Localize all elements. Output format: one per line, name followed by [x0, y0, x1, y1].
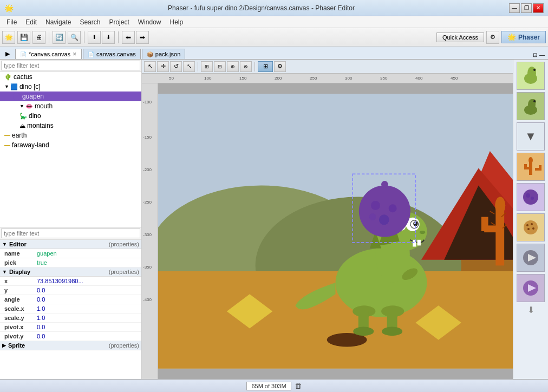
canvas-btn-t3[interactable]: ⊕ [227, 61, 239, 72]
tree-item-dino[interactable]: 🦕 dino [0, 111, 141, 121]
sprite-more-button[interactable]: ⬇ [517, 304, 545, 315]
right-panel-sprites: ▼ [513, 60, 548, 379]
sidebar-toggle-button[interactable]: ▶ [2, 48, 13, 59]
menu-help[interactable]: Help [165, 17, 187, 27]
sprite-thumb-dino-dark[interactable] [517, 92, 545, 120]
ruler-mark-300: 300 [345, 76, 352, 81]
canvas-btn-t2[interactable]: ⊟ [214, 61, 226, 72]
ruler-mark-neg200: -200 [143, 167, 152, 172]
canvas-btn-move[interactable]: ✛ [157, 61, 169, 72]
sprite-thumb-cactus[interactable] [517, 153, 545, 181]
search-button[interactable]: 🔍 [68, 31, 81, 44]
tree-item-guapen[interactable]: guapen [0, 92, 141, 101]
phaser-icon: 🌟 [507, 33, 516, 41]
sprite-thumb-play-dark[interactable] [517, 244, 545, 272]
canvas-btn-select[interactable]: ↖ [144, 61, 156, 72]
prop-section-editor[interactable]: ▼ Editor (properties) [0, 240, 141, 249]
prop-angle-value: 0.0 [37, 296, 137, 303]
canvas-btn-snap[interactable]: ⊞ [258, 61, 273, 72]
sprite-section-name: Sprite [8, 342, 109, 349]
tab-min-btn[interactable]: — [538, 51, 546, 59]
trash-icon[interactable]: 🗑 [295, 382, 302, 390]
menu-file[interactable]: File [2, 17, 21, 27]
mouth-arrow[interactable]: ▼ [19, 103, 24, 109]
ruler-mark-50: 50 [169, 76, 174, 81]
tab-icon-pack: 📦 [147, 51, 153, 57]
canvas-btn-rotate[interactable]: ↺ [170, 61, 182, 72]
sprite-thumb-arrow-down[interactable]: ▼ [517, 122, 545, 151]
prop-section-display[interactable]: ▼ Display (properties) [0, 267, 141, 277]
settings-icon-btn[interactable]: ⚙ [486, 31, 499, 44]
menu-search[interactable]: Search [75, 17, 105, 27]
svg-point-70 [526, 224, 529, 226]
canvas-btn-scale[interactable]: ⤡ [183, 61, 195, 72]
refresh-button[interactable]: 🔄 [53, 31, 66, 44]
sprite-thumb-cookie[interactable] [517, 213, 545, 241]
canvas-viewport[interactable]: 50 100 150 200 250 300 350 400 450 -100 … [142, 74, 513, 379]
tab-pack[interactable]: 📦 pack.json [142, 49, 185, 59]
ruler-mark-350: 350 [380, 76, 387, 81]
tree-item-cactus[interactable]: 🌵 cactus [0, 72, 141, 82]
earth-icon: — [4, 132, 10, 139]
tool-btn-2[interactable]: ⬇ [102, 31, 115, 44]
tab-close-canvas1[interactable]: ✕ [73, 51, 77, 57]
ruler-mark-neg400: -400 [143, 297, 152, 302]
properties-filter-box [0, 227, 141, 240]
canvas-tb-sep2 [255, 62, 255, 71]
mouth-label: mouth [35, 102, 53, 110]
toolbar-sep3 [118, 31, 119, 43]
faraway-land-icon: — [4, 142, 10, 148]
save-button[interactable]: 💾 [17, 31, 30, 44]
canvas-btn-t1[interactable]: ⊞ [201, 61, 213, 72]
prop-row-pivotx: pivot.x 0.0 [0, 323, 141, 332]
svg-rect-63 [524, 164, 527, 169]
nav-fwd[interactable]: ➡ [136, 31, 149, 44]
ruler-mark-400: 400 [415, 76, 422, 81]
close-button[interactable]: ✕ [533, 3, 544, 13]
tree-item-earth[interactable]: — earth [0, 130, 141, 140]
ruler-left: -100 -150 -200 -250 -300 -350 -400 [142, 83, 158, 379]
svg-rect-26 [417, 240, 421, 246]
menu-edit[interactable]: Edit [21, 17, 41, 27]
maximize-button[interactable]: ❐ [521, 3, 532, 13]
cactus-icon: 🌵 [4, 74, 12, 81]
menu-project[interactable]: Project [105, 17, 133, 27]
phaser-button[interactable]: 🌟 Phaser [501, 31, 546, 43]
tab-restore-btn[interactable]: ⊡ [532, 51, 538, 59]
minimize-button[interactable]: — [509, 3, 520, 13]
tab-label-canvas2: canvas.canvas [96, 51, 136, 57]
svg-point-29 [353, 326, 374, 336]
dino-label: dino [29, 112, 41, 120]
tree-item-faraway-land[interactable]: — faraway-land [0, 140, 141, 150]
main-toolbar: 🌟 💾 🖨 🔄 🔍 ⬆ ⬇ ⬅ ➡ Quick Access ⚙ 🌟 Phase… [0, 28, 548, 47]
tab-canvas1-active[interactable]: 📄 *canvas.canvas ✕ [15, 49, 82, 59]
tree-item-dino-c[interactable]: ▼ 🟦 dino [c] [0, 82, 141, 92]
toolbar-sep1 [49, 31, 49, 43]
nav-back[interactable]: ⬅ [122, 31, 135, 44]
properties-filter-input[interactable] [1, 228, 140, 238]
sprite-thumb-dino-green[interactable] [517, 62, 545, 90]
menu-window[interactable]: Window [134, 17, 166, 27]
sprite-thumb-ball-purple[interactable] [517, 183, 545, 211]
tab-icon-canvas1: 📄 [20, 51, 27, 57]
svg-point-32 [382, 326, 402, 336]
window-title: Phaser - fufu super dino 2/Design/canvas… [14, 4, 509, 12]
dino-c-arrow[interactable]: ▼ [4, 84, 9, 89]
quick-access-button[interactable]: Quick Access [436, 32, 484, 42]
tool-btn-1[interactable]: ⬆ [88, 31, 101, 44]
tree-item-montains[interactable]: ⛰ montains [0, 121, 141, 130]
canvas-btn-settings[interactable]: ⚙ [274, 61, 286, 72]
canvas-btn-t4[interactable]: ⊗ [240, 61, 252, 72]
menu-navigate[interactable]: Navigate [41, 17, 75, 27]
prop-pick-label: pick [4, 259, 37, 266]
new-button[interactable]: 🌟 [2, 31, 15, 44]
print-button[interactable]: 🖨 [32, 31, 45, 44]
prop-section-sprite[interactable]: ▶ Sprite (properties) [0, 341, 141, 350]
tree-item-mouth[interactable]: ▼ 👄 mouth [0, 101, 141, 111]
canvas-scene-content[interactable] [158, 83, 513, 379]
prop-scalex-label: scale.x [4, 305, 37, 312]
tab-canvas2[interactable]: 📄 canvas.canvas [83, 49, 141, 59]
scene-tree-filter-input[interactable] [1, 61, 140, 70]
scene-svg [158, 83, 513, 379]
sprite-thumb-play-purple[interactable] [517, 274, 545, 302]
